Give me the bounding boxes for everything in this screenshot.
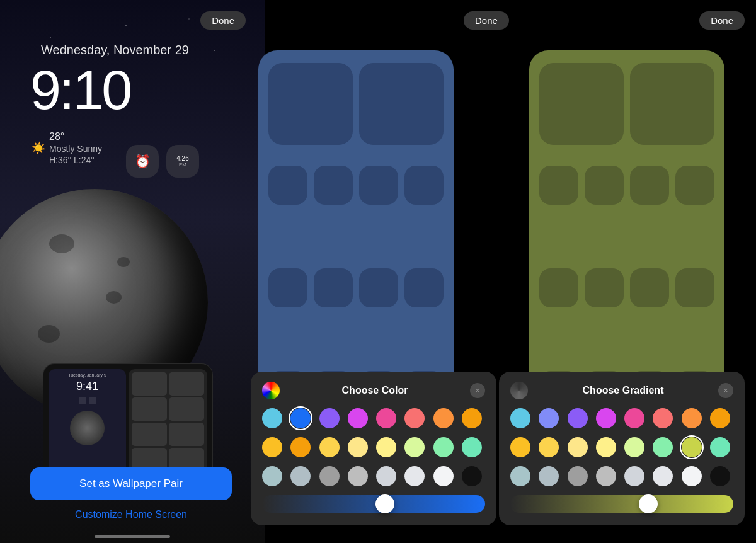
color-dot-5[interactable]: [653, 408, 673, 428]
app-icon-blue-6[interactable]: [404, 166, 444, 205]
color-dot-1[interactable]: [290, 466, 311, 486]
app-icon-blue-9[interactable]: [359, 268, 398, 307]
color-dot-2[interactable]: [568, 466, 588, 486]
app-icon-olive-10[interactable]: [675, 268, 714, 307]
color-dot-4[interactable]: [624, 466, 644, 486]
app-icon-olive-3[interactable]: [539, 166, 578, 205]
color-grid-row2: [262, 437, 485, 457]
color-dot-3[interactable]: [596, 466, 616, 486]
color-dot-5[interactable]: [404, 466, 425, 486]
color-dot-1[interactable]: [290, 408, 311, 428]
color-dot-0[interactable]: [262, 408, 282, 428]
color-dot-0[interactable]: [262, 466, 282, 486]
lock-time: 9:10: [30, 58, 130, 122]
color-dot-4[interactable]: [376, 437, 396, 457]
color-dot-5[interactable]: [653, 437, 673, 457]
app-icon-olive-4[interactable]: [585, 166, 624, 205]
done-button-center[interactable]: Done: [464, 11, 509, 30]
app-icon-blue-7[interactable]: [268, 268, 307, 307]
lock-widgets: ⏰ 4:26 PM: [126, 145, 199, 178]
color-dot-3[interactable]: [348, 437, 368, 457]
color-dot-2[interactable]: [319, 437, 340, 457]
color-dot-3[interactable]: [348, 466, 368, 486]
color-dot-1[interactable]: [539, 437, 559, 457]
color-dot-1[interactable]: [539, 408, 559, 428]
color-dot-3[interactable]: [596, 408, 616, 428]
weather-desc: Mostly Sunny: [49, 144, 102, 154]
icon-row-3-olive: [539, 268, 714, 363]
color-dot-0[interactable]: [510, 437, 530, 457]
app-icon-olive-9[interactable]: [630, 268, 669, 307]
app-icon-blue-3[interactable]: [268, 166, 307, 205]
gradient-picker-panel: Choose Gradient ×: [499, 372, 745, 525]
app-icon-blue-2[interactable]: [359, 63, 444, 145]
color-dot-2[interactable]: [568, 408, 588, 428]
color-dot-4[interactable]: [624, 408, 644, 428]
app-icon-blue-8[interactable]: [314, 268, 353, 307]
icon-row-2-olive: [539, 166, 714, 261]
color-dot-3[interactable]: [596, 437, 616, 457]
gradient-picker-close[interactable]: ×: [718, 383, 733, 398]
weather-temp: 28°: [49, 131, 102, 142]
done-button-lock[interactable]: Done: [200, 11, 246, 30]
color-dot-7[interactable]: [462, 437, 482, 457]
gradient-wheel-icon: [510, 382, 528, 399]
color-dot-7[interactable]: [462, 466, 482, 486]
color-dot-6[interactable]: [682, 408, 702, 428]
color-dot-2[interactable]: [319, 408, 340, 428]
color-dot-0[interactable]: [262, 437, 282, 457]
gradient-grid-row1: [510, 408, 733, 428]
lock-screen: Done Wednesday, November 29 9:10 ☀️ 28° …: [0, 0, 265, 543]
color-picker-panel: Choose Color ×: [251, 372, 496, 525]
app-icon-olive-5[interactable]: [630, 166, 669, 205]
color-dot-0[interactable]: [510, 466, 530, 486]
app-icon-blue-1[interactable]: [268, 63, 353, 145]
color-dot-4[interactable]: [624, 437, 644, 457]
color-dot-6[interactable]: [433, 466, 454, 486]
color-dot-7[interactable]: [710, 408, 730, 428]
app-icon-olive-2[interactable]: [630, 63, 714, 145]
color-dot-6[interactable]: [682, 437, 702, 457]
app-icon-olive-1[interactable]: [539, 63, 624, 145]
color-dot-6[interactable]: [682, 466, 702, 486]
color-dot-6[interactable]: [433, 437, 454, 457]
color-dot-5[interactable]: [653, 466, 673, 486]
lock-weather: ☀️ 28° Mostly Sunny H:36° L:24°: [32, 131, 102, 165]
color-dot-7[interactable]: [462, 408, 482, 428]
color-dot-1[interactable]: [290, 437, 311, 457]
color-picker-header: Choose Color ×: [262, 382, 485, 399]
color-dot-0[interactable]: [510, 408, 530, 428]
icon-row-3-blue: [268, 268, 444, 363]
color-grid-row3: [262, 466, 485, 486]
home-indicator: [94, 535, 170, 538]
time-widget: 4:26 PM: [166, 145, 199, 178]
color-dot-6[interactable]: [433, 408, 454, 428]
app-icon-olive-8[interactable]: [585, 268, 624, 307]
color-grid-row1: [262, 408, 485, 428]
set-wallpaper-button[interactable]: Set as Wallpaper Pair: [30, 467, 232, 500]
color-picker-close[interactable]: ×: [470, 383, 485, 398]
clock-widget: ⏰: [126, 145, 159, 178]
color-dot-4[interactable]: [376, 408, 396, 428]
gradient-slider-thumb[interactable]: [639, 494, 658, 513]
app-icon-blue-5[interactable]: [359, 166, 398, 205]
gradient-slider[interactable]: [510, 495, 733, 513]
color-dot-2[interactable]: [568, 437, 588, 457]
done-button-right[interactable]: Done: [699, 11, 745, 30]
color-slider-thumb[interactable]: [375, 494, 394, 513]
color-dot-4[interactable]: [376, 466, 396, 486]
color-dot-2[interactable]: [319, 466, 340, 486]
color-dot-3[interactable]: [348, 408, 368, 428]
app-icon-blue-10[interactable]: [404, 268, 444, 307]
app-icon-olive-6[interactable]: [675, 166, 714, 205]
customize-home-link[interactable]: Customize Home Screen: [30, 509, 232, 520]
color-dot-7[interactable]: [710, 466, 730, 486]
gradient-picker-title: Choose Gradient: [528, 385, 718, 396]
color-dot-1[interactable]: [539, 466, 559, 486]
color-dot-5[interactable]: [404, 408, 425, 428]
color-slider-blue[interactable]: [262, 495, 485, 513]
app-icon-olive-7[interactable]: [539, 268, 578, 307]
app-icon-blue-4[interactable]: [314, 166, 353, 205]
color-dot-7[interactable]: [710, 437, 730, 457]
color-dot-5[interactable]: [404, 437, 425, 457]
